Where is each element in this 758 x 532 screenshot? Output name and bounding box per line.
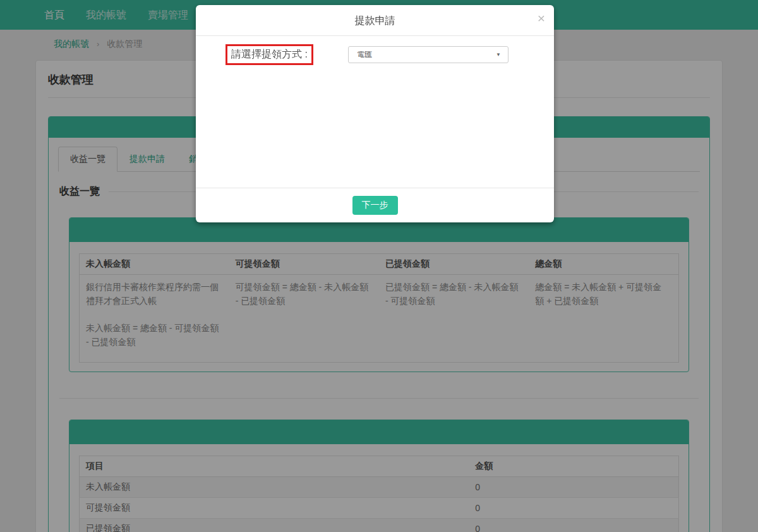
next-step-button[interactable]: 下一步	[352, 196, 398, 215]
close-icon[interactable]: ×	[538, 11, 545, 25]
modal-header: 提款申請 ×	[196, 5, 554, 36]
modal-title: 提款申請	[196, 5, 554, 36]
modal-footer: 下一步	[196, 188, 554, 222]
withdraw-method-row: 請選擇提領方式 : 電匯 ▼	[226, 44, 554, 65]
withdraw-method-select[interactable]: 電匯 ▼	[348, 46, 508, 63]
withdraw-request-modal: 提款申請 × 請選擇提領方式 : 電匯 ▼ 下一步	[196, 5, 554, 222]
chevron-down-icon: ▼	[496, 52, 501, 57]
modal-body: 請選擇提領方式 : 電匯 ▼	[196, 44, 554, 195]
selected-option: 電匯	[349, 49, 372, 60]
withdraw-method-label: 請選擇提領方式 :	[226, 44, 313, 65]
